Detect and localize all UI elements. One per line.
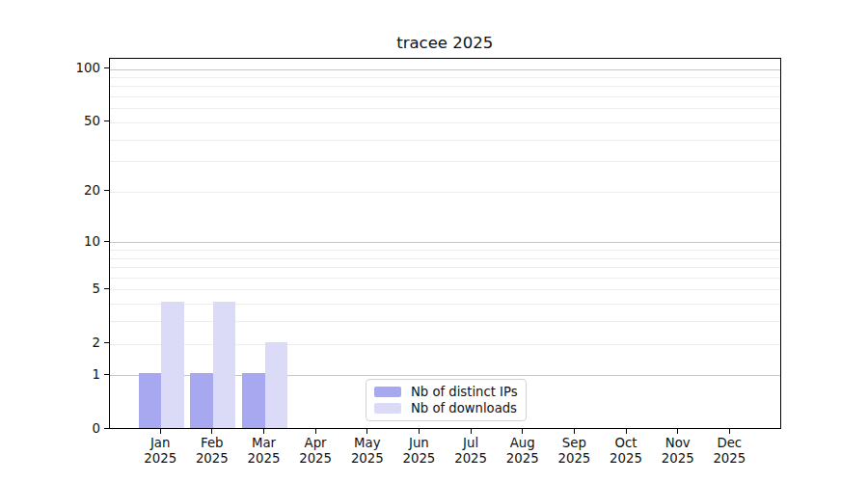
y-tick [104, 288, 109, 289]
x-tick [315, 429, 316, 434]
chart-figure: tracee 2025 Nb of distinct IPs Nb of dow… [0, 0, 868, 482]
grid-line-minor [110, 250, 781, 251]
bar-mar-distinct-ips [242, 373, 265, 427]
legend-swatch-distinct-ips-icon [374, 387, 401, 397]
y-tick-label: 20 [0, 182, 100, 199]
grid-line-minor [110, 86, 781, 87]
grid-line-minor [110, 321, 781, 322]
x-tick [522, 429, 523, 434]
grid-line-minor [110, 108, 781, 109]
grid-line-minor [110, 122, 781, 123]
grid-line-minor [110, 140, 781, 141]
y-tick [104, 67, 109, 68]
legend-label-downloads: Nb of downloads [411, 401, 517, 415]
legend-item-distinct-ips: Nb of distinct IPs [374, 385, 518, 399]
plot-area: Nb of distinct IPs Nb of downloads [109, 58, 782, 429]
y-tick-label: 2 [0, 335, 100, 351]
x-tick [211, 429, 212, 434]
y-tick-label: 50 [0, 113, 100, 129]
y-tick [104, 190, 109, 191]
grid-line-minor [110, 278, 781, 279]
x-tick-year: 2025 [694, 451, 764, 468]
grid-line-minor [110, 77, 781, 78]
legend-swatch-downloads-icon [374, 403, 401, 414]
x-tick-label: Dec2025 [694, 436, 764, 468]
chart-title: tracee 2025 [109, 34, 782, 52]
x-tick-month: Dec [694, 436, 764, 452]
grid-line-minor [110, 258, 781, 259]
y-tick-label: 5 [0, 281, 100, 297]
x-tick [574, 429, 575, 434]
y-tick [104, 342, 109, 343]
bar-feb-distinct-ips [190, 373, 213, 427]
grid-line-minor [110, 289, 781, 290]
x-tick [419, 429, 420, 434]
grid-line-minor [110, 304, 781, 305]
x-tick [366, 429, 367, 434]
grid-line-minor [110, 344, 781, 345]
legend-item-downloads: Nb of downloads [374, 401, 518, 415]
x-tick [729, 429, 730, 434]
x-tick [626, 429, 627, 434]
bar-mar-downloads [265, 342, 288, 428]
grid-line-major [110, 242, 781, 243]
legend-label-distinct-ips: Nb of distinct IPs [411, 385, 518, 399]
y-tick-label: 100 [0, 60, 100, 76]
y-tick [104, 120, 109, 121]
bar-jan-downloads [161, 302, 184, 427]
y-tick-label: 0 [0, 420, 100, 437]
y-tick-label: 1 [0, 366, 100, 383]
x-tick [263, 429, 264, 434]
y-tick [104, 374, 109, 375]
grid-line-minor [110, 96, 781, 97]
grid-line-minor [110, 192, 781, 193]
y-tick [104, 241, 109, 242]
bar-feb-downloads [213, 302, 236, 427]
y-tick [104, 428, 109, 429]
x-tick [677, 429, 678, 434]
bar-jan-distinct-ips [139, 373, 162, 427]
x-tick [471, 429, 472, 434]
x-tick [160, 429, 161, 434]
legend: Nb of distinct IPs Nb of downloads [366, 379, 527, 421]
y-tick-label: 10 [0, 233, 100, 250]
grid-line-major [110, 69, 781, 70]
grid-line-minor [110, 267, 781, 268]
grid-line-minor [110, 161, 781, 162]
